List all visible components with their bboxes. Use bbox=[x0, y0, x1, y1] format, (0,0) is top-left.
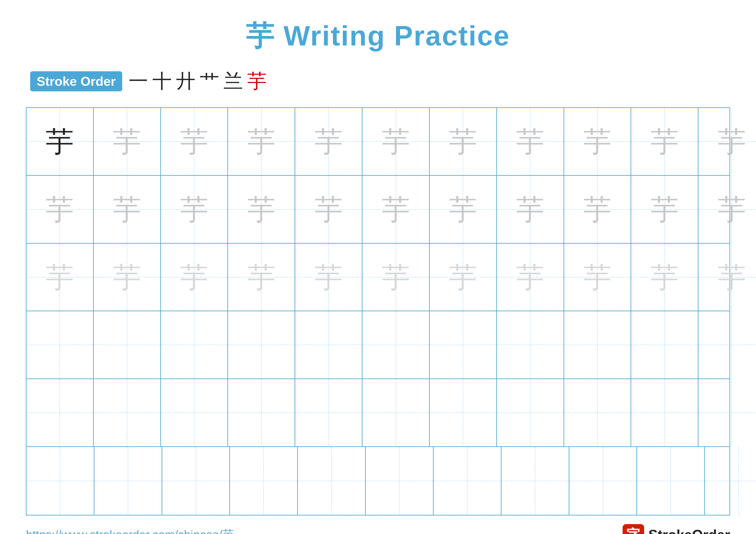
strokeorder-logo-text: StrokeOrder bbox=[648, 527, 730, 534]
grid-cell-1-4[interactable]: 芋 bbox=[228, 108, 295, 175]
grid-cell-3-4[interactable]: 芋 bbox=[228, 243, 295, 311]
grid-cell-3-10[interactable]: 芋 bbox=[631, 243, 698, 311]
grid-cell-5-6[interactable] bbox=[363, 379, 430, 446]
char-light: 芋 bbox=[651, 263, 679, 291]
char-light: 芋 bbox=[247, 195, 275, 223]
grid-cell-4-1[interactable] bbox=[27, 311, 94, 378]
footer: https://www.strokeorder.com/chinese/芋 字 … bbox=[26, 516, 730, 534]
grid-cell-5-2[interactable] bbox=[94, 379, 161, 446]
page-title: 芋 Writing Practice bbox=[246, 17, 510, 55]
stroke-5: 兰 bbox=[224, 68, 243, 94]
grid-cell-1-8[interactable]: 芋 bbox=[497, 108, 564, 175]
char-light: 芋 bbox=[516, 128, 544, 156]
grid-cell-1-5[interactable]: 芋 bbox=[295, 108, 363, 175]
title-rest: Writing Practice bbox=[275, 20, 510, 51]
footer-url[interactable]: https://www.strokeorder.com/chinese/芋 bbox=[26, 527, 234, 534]
grid-cell-1-10[interactable]: 芋 bbox=[631, 108, 698, 175]
grid-cell-6-1[interactable] bbox=[27, 447, 94, 515]
practice-grid: 芋 芋 芋 芋 芋 芋 芋 芋 芋 芋 芋 芋 芋 芋 芋 芋 芋 芋 芋 芋 … bbox=[26, 107, 730, 516]
char-light: 芋 bbox=[46, 263, 74, 291]
stroke-2: 十 bbox=[152, 68, 172, 94]
grid-cell-1-3[interactable]: 芋 bbox=[161, 108, 228, 175]
char-light: 芋 bbox=[718, 195, 746, 223]
grid-cell-6-11[interactable] bbox=[705, 447, 756, 515]
grid-cell-4-10[interactable] bbox=[631, 311, 698, 378]
grid-cell-3-5[interactable]: 芋 bbox=[295, 243, 363, 311]
grid-cell-3-7[interactable]: 芋 bbox=[430, 243, 497, 311]
grid-cell-2-5[interactable]: 芋 bbox=[295, 176, 363, 243]
grid-cell-5-5[interactable] bbox=[295, 379, 363, 446]
grid-cell-3-8[interactable]: 芋 bbox=[497, 243, 564, 311]
char-light: 芋 bbox=[180, 128, 208, 156]
grid-cell-4-4[interactable] bbox=[228, 311, 295, 378]
grid-cell-3-6[interactable]: 芋 bbox=[363, 243, 430, 311]
grid-cell-4-6[interactable] bbox=[363, 311, 430, 378]
grid-cell-4-7[interactable] bbox=[430, 311, 497, 378]
char-light: 芋 bbox=[113, 195, 141, 223]
grid-cell-5-1[interactable] bbox=[27, 379, 94, 446]
grid-cell-1-9[interactable]: 芋 bbox=[564, 108, 632, 175]
char-light: 芋 bbox=[449, 263, 477, 291]
grid-row-2: 芋 芋 芋 芋 芋 芋 芋 芋 芋 芋 芋 芋 芋 bbox=[27, 176, 729, 243]
char-light: 芋 bbox=[583, 128, 611, 156]
grid-cell-1-7[interactable]: 芋 bbox=[430, 108, 497, 175]
grid-cell-2-3[interactable]: 芋 bbox=[161, 176, 228, 243]
grid-cell-2-1[interactable]: 芋 bbox=[27, 176, 94, 243]
grid-cell-4-2[interactable] bbox=[94, 311, 161, 378]
char-light: 芋 bbox=[449, 128, 477, 156]
char-light: 芋 bbox=[315, 263, 343, 291]
grid-cell-5-11[interactable] bbox=[698, 379, 756, 446]
grid-cell-3-11[interactable]: 芋 bbox=[698, 243, 756, 311]
char-light: 芋 bbox=[382, 195, 410, 223]
char-light: 芋 bbox=[180, 263, 208, 291]
grid-cell-6-9[interactable] bbox=[569, 447, 637, 515]
grid-cell-1-2[interactable]: 芋 bbox=[94, 108, 161, 175]
grid-cell-5-4[interactable] bbox=[228, 379, 295, 446]
char-light: 芋 bbox=[583, 263, 611, 291]
grid-cell-4-9[interactable] bbox=[564, 311, 632, 378]
grid-cell-2-8[interactable]: 芋 bbox=[497, 176, 564, 243]
grid-cell-6-6[interactable] bbox=[366, 447, 434, 515]
grid-cell-4-11[interactable] bbox=[698, 311, 756, 378]
grid-cell-2-4[interactable]: 芋 bbox=[228, 176, 295, 243]
grid-cell-6-5[interactable] bbox=[298, 447, 366, 515]
grid-cell-6-10[interactable] bbox=[637, 447, 705, 515]
grid-cell-2-2[interactable]: 芋 bbox=[94, 176, 161, 243]
grid-cell-6-8[interactable] bbox=[501, 447, 569, 515]
char-light: 芋 bbox=[718, 128, 746, 156]
grid-cell-1-11[interactable]: 芋 bbox=[698, 108, 756, 175]
char-light: 芋 bbox=[382, 128, 410, 156]
grid-cell-3-3[interactable]: 芋 bbox=[161, 243, 228, 311]
grid-cell-2-10[interactable]: 芋 bbox=[631, 176, 698, 243]
grid-cell-6-2[interactable] bbox=[94, 447, 162, 515]
grid-cell-2-6[interactable]: 芋 bbox=[363, 176, 430, 243]
grid-cell-5-10[interactable] bbox=[631, 379, 698, 446]
grid-row-6 bbox=[27, 447, 729, 515]
grid-cell-6-7[interactable] bbox=[434, 447, 501, 515]
title-chinese: 芋 bbox=[246, 20, 275, 51]
grid-row-5 bbox=[27, 379, 729, 447]
grid-cell-2-7[interactable]: 芋 bbox=[430, 176, 497, 243]
footer-logo: 字 StrokeOrder bbox=[623, 524, 730, 534]
grid-cell-6-4[interactable] bbox=[230, 447, 298, 515]
grid-cell-5-7[interactable] bbox=[430, 379, 497, 446]
char-light: 芋 bbox=[382, 263, 410, 291]
grid-cell-1-6[interactable]: 芋 bbox=[363, 108, 430, 175]
grid-cell-2-9[interactable]: 芋 bbox=[564, 176, 632, 243]
char-light: 芋 bbox=[180, 195, 208, 223]
grid-cell-5-8[interactable] bbox=[497, 379, 564, 446]
grid-cell-3-1[interactable]: 芋 bbox=[27, 243, 94, 311]
grid-cell-5-9[interactable] bbox=[564, 379, 632, 446]
grid-cell-4-5[interactable] bbox=[295, 311, 363, 378]
grid-cell-1-1[interactable]: 芋 bbox=[27, 108, 94, 175]
grid-cell-2-11[interactable]: 芋 bbox=[698, 176, 756, 243]
stroke-6: 芋 bbox=[247, 68, 267, 94]
grid-cell-6-3[interactable] bbox=[162, 447, 230, 515]
char-light: 芋 bbox=[651, 128, 679, 156]
grid-cell-5-3[interactable] bbox=[161, 379, 228, 446]
grid-cell-3-9[interactable]: 芋 bbox=[564, 243, 632, 311]
grid-cell-4-8[interactable] bbox=[497, 311, 564, 378]
grid-cell-4-3[interactable] bbox=[161, 311, 228, 378]
grid-cell-3-2[interactable]: 芋 bbox=[94, 243, 161, 311]
char-light: 芋 bbox=[247, 263, 275, 291]
